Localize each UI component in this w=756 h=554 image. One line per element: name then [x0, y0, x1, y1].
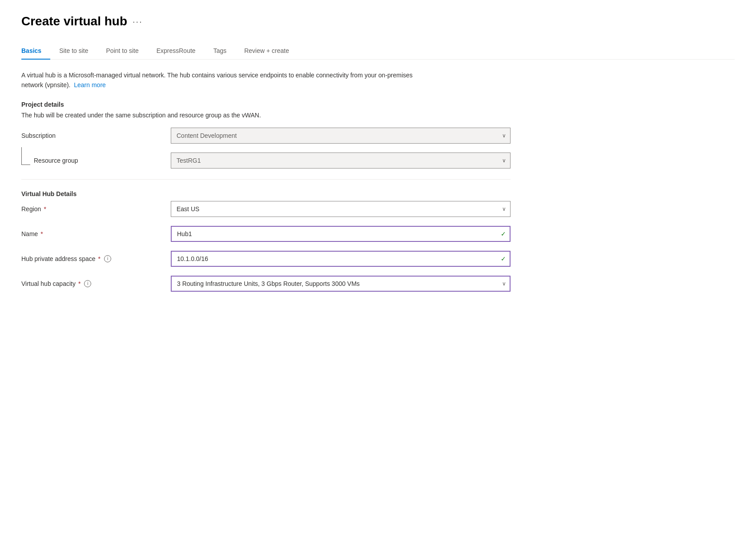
tree-indent: Resource group: [21, 156, 164, 165]
learn-more-link[interactable]: Learn more: [74, 81, 106, 88]
virtual-hub-capacity-info-icon[interactable]: i: [84, 280, 91, 287]
resource-group-label: Resource group: [34, 157, 78, 164]
tab-review-create[interactable]: Review + create: [235, 43, 298, 60]
resource-group-field-row: Resource group TestRG1 ∨: [21, 153, 511, 169]
subscription-label: Subscription: [21, 132, 56, 139]
tab-bar: Basics Site to site Point to site Expres…: [21, 43, 735, 60]
subscription-field-row: Subscription Content Development ∨: [21, 128, 511, 144]
hub-private-address-input-wrapper: ✓: [171, 251, 511, 267]
project-details-subtitle: The hub will be created under the same s…: [21, 112, 511, 119]
hub-private-address-input[interactable]: [171, 251, 511, 267]
hub-private-address-required-star: *: [98, 255, 101, 262]
tab-expressroute[interactable]: ExpressRoute: [148, 43, 205, 60]
subscription-dropdown[interactable]: Content Development: [171, 128, 511, 144]
tab-point-to-site[interactable]: Point to site: [97, 43, 148, 60]
hub-private-address-label: Hub private address space: [21, 255, 96, 262]
region-required-star: *: [44, 205, 46, 213]
tab-basics[interactable]: Basics: [21, 43, 50, 60]
region-field-row: Region * East US ∨: [21, 201, 511, 217]
tree-line: [21, 147, 30, 165]
region-dropdown-wrapper: East US ∨: [171, 201, 511, 217]
tab-tags[interactable]: Tags: [205, 43, 236, 60]
page-title-menu[interactable]: ···: [133, 16, 143, 27]
virtual-hub-capacity-field-row: Virtual hub capacity * i 3 Routing Infra…: [21, 276, 511, 292]
virtual-hub-capacity-label: Virtual hub capacity: [21, 280, 76, 287]
hub-private-address-field-row: Hub private address space * i ✓: [21, 251, 511, 267]
resource-group-dropdown-wrapper: TestRG1 ∨: [171, 153, 511, 169]
tab-site-to-site[interactable]: Site to site: [50, 43, 97, 60]
page-title: Create virtual hub: [21, 14, 127, 28]
virtual-hub-capacity-required-star: *: [78, 280, 80, 287]
name-label: Name: [21, 230, 38, 237]
virtual-hub-capacity-dropdown-wrapper: 3 Routing Infrastructure Units, 3 Gbps R…: [171, 276, 511, 292]
virtual-hub-capacity-dropdown[interactable]: 3 Routing Infrastructure Units, 3 Gbps R…: [171, 276, 511, 292]
name-input-wrapper: ✓: [171, 226, 511, 242]
region-dropdown[interactable]: East US: [171, 201, 511, 217]
project-details-title: Project details: [21, 101, 511, 108]
virtual-hub-details-title: Virtual Hub Details: [21, 190, 511, 197]
page-description: A virtual hub is a Microsoft-managed vir…: [21, 70, 422, 90]
subscription-dropdown-wrapper: Content Development ∨: [171, 128, 511, 144]
resource-group-dropdown[interactable]: TestRG1: [171, 153, 511, 169]
hub-private-address-info-icon[interactable]: i: [104, 255, 111, 262]
name-field-row: Name * ✓: [21, 226, 511, 242]
region-label: Region: [21, 205, 41, 213]
name-required-star: *: [40, 230, 43, 237]
section-divider: [21, 179, 511, 180]
name-input[interactable]: [171, 226, 511, 242]
